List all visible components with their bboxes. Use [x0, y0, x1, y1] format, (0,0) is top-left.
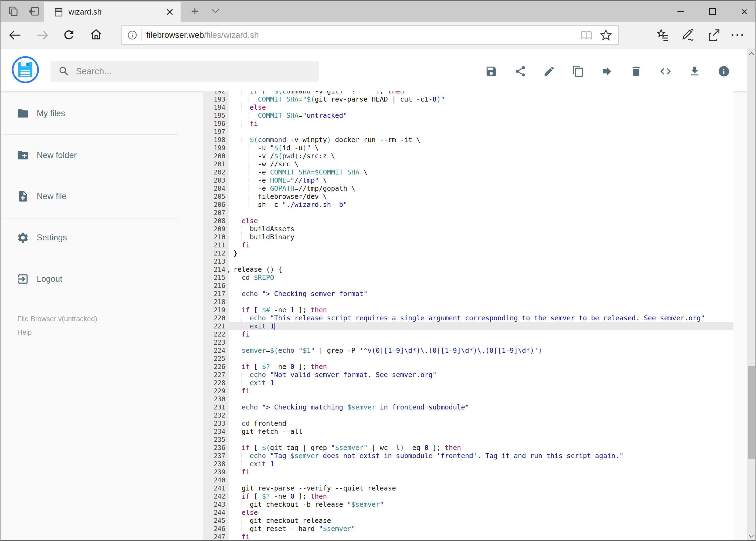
code-line[interactable]: 243 git checkout -b release "$semver" [203, 500, 733, 509]
code-line[interactable]: 215 cd $REPO [203, 273, 733, 282]
scroll-up-icon[interactable] [748, 51, 755, 56]
sidebar-item-settings[interactable]: Settings [1, 227, 179, 249]
code-line[interactable]: 224 semver=$(echo "$1" | grep -P '^v(0|[… [203, 346, 733, 355]
delete-button[interactable] [630, 65, 642, 78]
search-bar[interactable] [51, 61, 319, 82]
code-line[interactable]: 211 fi [203, 241, 733, 249]
code-line[interactable]: 193 COMMIT_SHA="$(git rev-parse HEAD | c… [203, 95, 733, 104]
code-line[interactable]: 212} [203, 249, 733, 258]
code-line[interactable]: 247 fi [203, 533, 733, 541]
code-line[interactable]: 237 echo "Tag $semver does not exist in … [203, 452, 733, 460]
reading-view-icon[interactable] [580, 29, 592, 41]
code-line[interactable]: 226 if [ $? -ne 0 ]; then [203, 363, 733, 371]
code-line[interactable]: 235 [203, 436, 733, 444]
code-line[interactable]: 200 -v /$(pwd):/src:z \ [203, 152, 733, 160]
code-line[interactable]: 195 COMMIT_SHA="untracked" [203, 112, 733, 120]
sidebar-item-new-folder[interactable]: New folder [1, 145, 179, 166]
new-tab-button[interactable]: + [191, 4, 199, 18]
code-editor[interactable]: 192 if [ "$(command -v git)" != "" ]; th… [203, 91, 733, 541]
code-line[interactable]: 209 buildAssets [203, 225, 733, 233]
favorite-star-icon[interactable] [600, 29, 612, 41]
code-line[interactable]: 199 -u "$(id -u)" \ [203, 144, 733, 152]
code-line[interactable]: 201 -w //src \ [203, 160, 733, 168]
tab-preview-icon[interactable] [8, 6, 19, 17]
sidebar-item-my-files[interactable]: My files [1, 103, 179, 124]
minimize-button[interactable] [674, 5, 687, 18]
code-line[interactable]: 227 echo "Not valid semver format. See s… [203, 371, 733, 379]
download-button[interactable] [688, 65, 701, 78]
browser-tab[interactable]: wizard.sh ✕ [44, 2, 180, 22]
code-line[interactable]: 223 [203, 338, 733, 346]
code-line[interactable]: 205 filebrowser/dev \ [203, 193, 733, 201]
code-line[interactable]: 202 -e COMMIT_SHA=$COMMIT_SHA \ [203, 168, 733, 176]
tab-list-chevron-icon[interactable] [210, 8, 220, 14]
code-line[interactable]: 241 git rev-parse --verify --quiet relea… [203, 484, 733, 492]
code-line[interactable]: 219 if [ $# -ne 1 ]; then [203, 306, 733, 314]
code-line[interactable]: 245 git checkout release [203, 517, 733, 525]
code-line[interactable]: 198 $(command -v winpty) docker run --rm… [203, 136, 733, 144]
sidebar-item-logout[interactable]: Logout [1, 268, 179, 290]
hub-favorites-icon[interactable] [656, 28, 670, 42]
url-text[interactable]: filebrowser.web/files/wizard.sh [146, 30, 580, 40]
annotate-pen-icon[interactable] [681, 28, 695, 42]
code-line[interactable]: 231 echo "> Checking matching $semver in… [203, 403, 733, 411]
code-line[interactable]: 221 exit 1 [203, 322, 733, 330]
code-line[interactable]: 232 [203, 411, 733, 419]
sidebar-item-new-file[interactable]: New file [1, 186, 179, 207]
share-button[interactable] [514, 65, 527, 78]
code-line[interactable]: 207 [203, 209, 733, 217]
code-line[interactable]: 214▼release () { [203, 266, 733, 273]
code-line[interactable]: 234 git fetch --all [203, 427, 733, 436]
code-line[interactable]: 222 fi [203, 330, 733, 338]
set-tabs-aside-icon[interactable] [28, 6, 40, 17]
page-scrollbar[interactable] [747, 49, 755, 541]
code-line[interactable]: 244 else [203, 509, 733, 517]
code-line[interactable]: 197 [203, 128, 733, 136]
close-button[interactable]: × [738, 5, 751, 18]
scrollbar-thumb[interactable] [748, 366, 755, 459]
refresh-icon[interactable] [62, 28, 76, 42]
code-line[interactable]: 220 echo "This release script requires a… [203, 314, 733, 322]
code-line[interactable]: 246 git reset --hard "$semver" [203, 525, 733, 533]
maximize-button[interactable] [706, 5, 719, 18]
help-link[interactable]: Help [17, 325, 32, 339]
code-line[interactable]: 208 else [203, 217, 733, 225]
code-line[interactable]: 194 else [203, 104, 733, 112]
code-line[interactable]: 204 -e GOPATH=//tmp/gopath \ [203, 185, 733, 193]
address-bar[interactable]: filebrowser.web/files/wizard.sh [122, 25, 619, 45]
forward-icon[interactable] [35, 28, 49, 42]
code-line[interactable]: 216 [203, 282, 733, 290]
code-line[interactable]: 217 echo "> Checking semver format" [203, 290, 733, 298]
edit-button[interactable] [543, 65, 556, 78]
share-page-icon[interactable] [707, 28, 721, 42]
code-line[interactable]: 196 fi [203, 120, 733, 128]
code-line[interactable]: 213 [203, 258, 733, 266]
code-line[interactable]: 233 cd frontend [203, 419, 733, 427]
code-line[interactable]: 238 exit 1 [203, 460, 733, 468]
back-icon[interactable] [8, 28, 22, 42]
copy-button[interactable] [572, 65, 584, 78]
code-line[interactable]: 225 [203, 355, 733, 363]
home-icon[interactable] [90, 28, 103, 41]
code-line[interactable]: 239 fi [203, 468, 733, 476]
code-view-button[interactable] [659, 65, 672, 78]
save-button[interactable] [485, 65, 497, 78]
site-info-icon[interactable] [127, 30, 137, 41]
code-line[interactable]: 230 [203, 395, 733, 403]
code-line[interactable]: 229 fi [203, 387, 733, 395]
code-line[interactable]: 203 -e HOME="//tmp" \ [203, 176, 733, 185]
code-line[interactable]: 240 [203, 476, 733, 484]
search-input[interactable] [75, 66, 319, 77]
more-ellipsis-icon[interactable] [730, 30, 745, 40]
info-button[interactable] [718, 65, 730, 78]
code-line[interactable]: 242 if [ $? -ne 0 ]; then [203, 492, 733, 500]
code-line[interactable]: 228 exit 1 [203, 379, 733, 387]
code-line[interactable]: 218 [203, 298, 733, 306]
code-line[interactable]: 236 if [ $(git tag | grep "$semver" | wc… [203, 444, 733, 452]
tab-close-icon[interactable]: ✕ [165, 6, 174, 18]
code-line[interactable]: 210 buildBinary [203, 233, 733, 241]
code-line[interactable]: 192 if [ "$(command -v git)" != "" ]; th… [203, 91, 733, 95]
move-button[interactable] [601, 65, 613, 78]
scroll-down-icon[interactable] [748, 533, 755, 539]
code-line[interactable]: 206 sh -c "./wizard.sh -b" [203, 201, 733, 209]
